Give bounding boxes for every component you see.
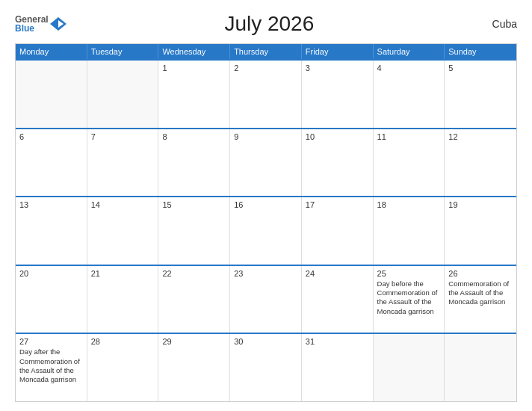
- weekday-label: Friday: [302, 44, 374, 59]
- calendar-row: 202122232425Day before the Commemoration…: [16, 265, 516, 333]
- calendar-cell: [16, 61, 87, 128]
- day-number: 21: [91, 269, 155, 278]
- day-number: 4: [377, 64, 441, 72]
- day-number: 19: [448, 200, 513, 209]
- day-number: 5: [448, 64, 513, 72]
- calendar-cell: 17: [302, 197, 374, 265]
- day-event: Commemoration of the Assault of the Monc…: [448, 279, 513, 307]
- day-number: 24: [306, 269, 369, 278]
- day-number: 2: [234, 64, 297, 72]
- calendar-cell: 6: [16, 129, 87, 197]
- calendar-cell: 10: [302, 129, 374, 197]
- day-number: 9: [234, 132, 297, 141]
- logo-flag-icon: [50, 16, 66, 32]
- weekday-label: Sunday: [445, 44, 516, 59]
- weekday-label: Monday: [16, 44, 87, 59]
- calendar-cell: 11: [374, 129, 445, 197]
- calendar-header: MondayTuesdayWednesdayThursdayFridaySatu…: [16, 44, 516, 59]
- calendar-cell: 28: [87, 334, 159, 401]
- day-number: 15: [162, 200, 226, 209]
- day-number: 22: [162, 269, 226, 278]
- calendar-cell: 26Commemoration of the Assault of the Mo…: [445, 266, 516, 333]
- calendar-cell: 2: [230, 61, 302, 128]
- day-number: 16: [234, 200, 297, 209]
- header: General Blue July 2026 Cuba: [15, 12, 517, 36]
- calendar-cell: 31: [302, 334, 374, 401]
- calendar-cell: 5: [445, 61, 516, 128]
- calendar-title: July 2026: [66, 12, 472, 36]
- calendar: MondayTuesdayWednesdayThursdayFridaySatu…: [15, 43, 517, 402]
- weekday-label: Wednesday: [158, 44, 230, 59]
- calendar-cell: 15: [158, 197, 230, 265]
- calendar-cell: 30: [230, 334, 302, 401]
- day-number: 17: [306, 200, 369, 209]
- calendar-cell: 19: [445, 197, 516, 265]
- page: General Blue July 2026 Cuba MondayTuesda…: [0, 0, 532, 411]
- calendar-cell: 3: [302, 61, 374, 128]
- day-number: 23: [234, 269, 297, 278]
- country-label: Cuba: [472, 18, 517, 30]
- day-number: 28: [91, 337, 155, 346]
- calendar-cell: 29: [158, 334, 230, 401]
- calendar-cell: 1: [158, 61, 230, 128]
- calendar-cell: 4: [374, 61, 445, 128]
- day-number: 1: [162, 64, 226, 72]
- day-number: 26: [448, 269, 513, 278]
- day-number: 18: [377, 200, 441, 209]
- weekday-label: Saturday: [374, 44, 445, 59]
- calendar-cell: 7: [87, 129, 159, 197]
- calendar-cell: 8: [158, 129, 230, 197]
- day-number: 14: [91, 200, 155, 209]
- day-number: 29: [162, 337, 226, 346]
- calendar-cell: 27Day after the Commemoration of the Ass…: [16, 334, 87, 401]
- calendar-cell: 25Day before the Commemoration of the As…: [374, 266, 445, 333]
- day-number: 8: [162, 132, 226, 141]
- calendar-cell: 20: [16, 266, 87, 333]
- calendar-cell: [445, 334, 516, 401]
- calendar-cell: [87, 61, 159, 128]
- day-event: Day after the Commemoration of the Assau…: [19, 347, 83, 384]
- calendar-cell: 16: [230, 197, 302, 265]
- day-number: 3: [306, 64, 369, 72]
- calendar-row: 6789101112: [16, 128, 516, 197]
- calendar-cell: 21: [87, 266, 159, 333]
- calendar-cell: 23: [230, 266, 302, 333]
- day-number: 6: [19, 132, 83, 141]
- weekday-label: Thursday: [230, 44, 302, 59]
- calendar-cell: 13: [16, 197, 87, 265]
- day-event: Day before the Commemoration of the Assa…: [377, 279, 441, 316]
- logo: General Blue: [15, 15, 66, 33]
- calendar-cell: 22: [158, 266, 230, 333]
- calendar-cell: 18: [374, 197, 445, 265]
- day-number: 11: [377, 132, 441, 141]
- calendar-cell: 24: [302, 266, 374, 333]
- day-number: 31: [306, 337, 369, 346]
- logo-blue-text: Blue: [15, 24, 49, 33]
- calendar-cell: 14: [87, 197, 159, 265]
- calendar-cell: 12: [445, 129, 516, 197]
- day-number: 25: [377, 269, 441, 278]
- day-number: 10: [306, 132, 369, 141]
- calendar-cell: 9: [230, 129, 302, 197]
- calendar-row: 13141516171819: [16, 196, 516, 265]
- day-number: 30: [234, 337, 297, 346]
- calendar-row: 27Day after the Commemoration of the Ass…: [16, 333, 516, 401]
- weekday-label: Tuesday: [87, 44, 159, 59]
- day-number: 13: [19, 200, 83, 209]
- calendar-body: 1234567891011121314151617181920212223242…: [16, 59, 516, 401]
- calendar-cell: [374, 334, 445, 401]
- day-number: 7: [91, 132, 155, 141]
- day-number: 20: [19, 269, 83, 278]
- day-number: 27: [19, 337, 83, 346]
- day-number: 12: [448, 132, 513, 141]
- calendar-row: 12345: [16, 59, 516, 128]
